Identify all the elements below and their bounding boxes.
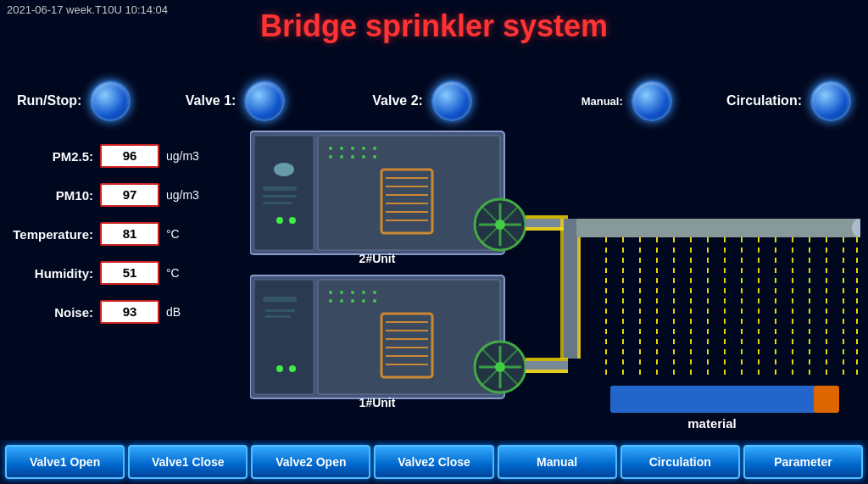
- svg-point-9: [329, 147, 332, 150]
- valve1-label: Valve 1:: [186, 93, 236, 108]
- humidity-value: 51: [100, 261, 159, 285]
- controls-bar: Run/Stop: Valve 1: Valve 2: Manual: Circ…: [0, 81, 868, 121]
- valve1-open-button[interactable]: Valve1 Open: [5, 445, 125, 479]
- sensors-panel: PM2.5: 96 ug/m3 PM10: 97 ug/m3 Temperatu…: [8, 144, 237, 339]
- page-title: Bridge sprinkler system: [0, 8, 868, 44]
- svg-rect-66: [526, 215, 568, 219]
- svg-text:material: material: [687, 416, 737, 431]
- svg-point-39: [373, 291, 376, 294]
- svg-rect-29: [263, 297, 297, 302]
- svg-rect-93: [814, 386, 839, 413]
- valve1-button[interactable]: [244, 81, 285, 121]
- valve1-close-button[interactable]: Valve1 Close: [128, 445, 248, 479]
- noise-row: Noise: 93 dB: [8, 300, 237, 324]
- svg-rect-69: [560, 219, 564, 359]
- svg-rect-5: [263, 202, 292, 204]
- svg-point-15: [340, 155, 343, 159]
- valve1-group: Valve 1:: [186, 81, 286, 121]
- manual-label: Manual:: [581, 95, 623, 108]
- svg-point-36: [340, 291, 343, 294]
- svg-point-40: [329, 299, 332, 303]
- svg-rect-31: [265, 315, 291, 318]
- svg-point-14: [329, 155, 332, 159]
- diagram: 2#Unit 1#Unit: [250, 127, 860, 441]
- humidity-label: Humidity:: [8, 266, 93, 281]
- valve2-group: Valve 2:: [372, 81, 472, 121]
- valve2-label: Valve 2:: [372, 93, 423, 108]
- svg-rect-70: [577, 219, 581, 359]
- noise-unit: dB: [166, 305, 181, 319]
- parameter-button[interactable]: Parameter: [743, 445, 863, 479]
- manual-action-button[interactable]: Manual: [498, 445, 617, 479]
- valve2-close-button[interactable]: Valve2 Close: [374, 445, 493, 479]
- svg-rect-4: [263, 195, 297, 197]
- svg-point-37: [351, 291, 354, 294]
- svg-point-32: [276, 365, 283, 372]
- svg-point-38: [362, 291, 365, 294]
- svg-point-16: [351, 155, 354, 159]
- pm10-value: 97: [100, 183, 159, 207]
- bottom-buttons-bar: Valve1 Open Valve1 Close Valve2 Open Val…: [0, 440, 868, 484]
- noise-label: Noise:: [8, 305, 93, 320]
- pm10-label: PM10:: [8, 188, 93, 203]
- svg-rect-1: [254, 136, 314, 250]
- run-stop-button[interactable]: [90, 81, 131, 121]
- svg-point-33: [289, 365, 296, 372]
- svg-point-7: [289, 217, 296, 224]
- svg-point-35: [329, 291, 332, 294]
- svg-point-18: [373, 155, 376, 159]
- svg-rect-74: [576, 219, 860, 237]
- svg-point-6: [276, 217, 283, 224]
- pm25-value: 96: [100, 144, 159, 168]
- svg-point-11: [351, 147, 354, 150]
- temperature-value: 81: [100, 222, 159, 246]
- humidity-row: Humidity: 51 °C: [8, 261, 237, 285]
- humidity-unit: °C: [166, 266, 180, 280]
- svg-point-12: [362, 147, 365, 150]
- svg-point-13: [373, 147, 376, 150]
- temperature-unit: °C: [166, 227, 180, 241]
- svg-point-41: [340, 299, 343, 303]
- run-stop-group: Run/Stop:: [17, 81, 131, 121]
- noise-value: 93: [100, 300, 159, 324]
- pm10-row: PM10: 97 ug/m3: [8, 183, 237, 207]
- svg-point-2: [274, 163, 294, 176]
- svg-rect-3: [263, 186, 297, 191]
- manual-group: Manual:: [581, 81, 672, 121]
- pm10-unit: ug/m3: [166, 188, 199, 202]
- circulation-group: Circulation:: [726, 81, 851, 121]
- svg-point-42: [351, 299, 354, 303]
- svg-text:1#Unit: 1#Unit: [359, 396, 396, 409]
- svg-point-58: [495, 220, 505, 230]
- temperature-label: Temperature:: [8, 227, 93, 242]
- svg-point-10: [340, 147, 343, 150]
- valve2-open-button[interactable]: Valve2 Open: [251, 445, 370, 479]
- circulation-action-button[interactable]: Circulation: [620, 445, 740, 479]
- svg-text:2#Unit: 2#Unit: [359, 252, 396, 265]
- valve2-button[interactable]: [431, 81, 472, 121]
- svg-rect-73: [526, 370, 568, 373]
- pm25-row: PM2.5: 96 ug/m3: [8, 144, 237, 168]
- pm25-unit: ug/m3: [166, 149, 199, 163]
- svg-point-43: [362, 299, 365, 303]
- svg-point-64: [495, 362, 505, 372]
- circulation-label: Circulation:: [726, 93, 802, 108]
- circulation-button[interactable]: [810, 81, 851, 121]
- temperature-row: Temperature: 81 °C: [8, 222, 237, 246]
- svg-rect-30: [265, 309, 295, 312]
- svg-point-44: [373, 299, 376, 303]
- svg-rect-72: [526, 358, 568, 361]
- svg-point-17: [362, 155, 365, 159]
- svg-rect-92: [610, 386, 822, 413]
- manual-button[interactable]: [632, 81, 672, 121]
- run-stop-label: Run/Stop:: [17, 93, 81, 108]
- pm25-label: PM2.5:: [8, 149, 93, 164]
